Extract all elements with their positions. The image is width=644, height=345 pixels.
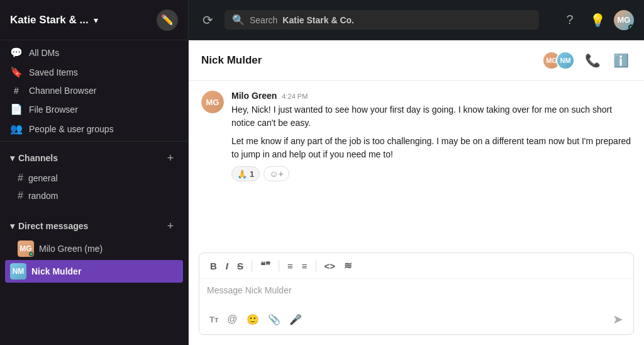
ordered-list-button[interactable]: ≡ bbox=[284, 259, 296, 273]
workspace-chevron-icon: ▾ bbox=[94, 15, 98, 25]
header-avatar-nick-img: NM bbox=[557, 52, 574, 69]
italic-button[interactable]: I bbox=[223, 259, 231, 273]
add-reaction-button[interactable]: ☺+ bbox=[264, 166, 289, 181]
help-button[interactable]: ? bbox=[558, 9, 581, 31]
sidebar-header: Katie Stark & ... ▾ ✏️ bbox=[0, 0, 188, 40]
message-avatar-milo: MG bbox=[201, 91, 224, 113]
search-icon: 🔍 bbox=[232, 14, 245, 26]
avatar-nick-img: NM bbox=[10, 263, 26, 280]
strikethrough-button[interactable]: S bbox=[234, 259, 247, 273]
attach-button[interactable]: 📎 bbox=[265, 311, 283, 328]
search-label: Search bbox=[250, 15, 277, 25]
message-row: MG Milo Green 4:24 PM Hey, Nick! I just … bbox=[201, 91, 631, 181]
dm-section-title: ▾ Direct messages bbox=[10, 221, 88, 231]
avatar-nick: NM bbox=[10, 263, 26, 280]
quote-button[interactable]: ❝❞ bbox=[257, 258, 274, 273]
sidebar-item-channel-browser-label: Channel Browser bbox=[29, 86, 96, 96]
channel-item-random[interactable]: # random bbox=[0, 187, 188, 205]
people-icon: 👥 bbox=[10, 123, 23, 135]
toolbar-divider-3 bbox=[316, 260, 316, 271]
dm-item-milo[interactable]: MG Milo Green (me) bbox=[0, 237, 188, 260]
history-button[interactable]: ⟳ bbox=[199, 9, 217, 31]
channel-name-random: random bbox=[28, 191, 58, 201]
message-author: Milo Green bbox=[231, 91, 277, 101]
channel-hash-icon: # bbox=[18, 190, 23, 201]
sidebar-navigation: 💬 All DMs 🔖 Saved Items # Channel Browse… bbox=[0, 40, 188, 142]
channel-hash-icon: # bbox=[18, 172, 23, 184]
sidebar-item-file-browser-label: File Browser bbox=[29, 105, 78, 115]
dm-label: Direct messages bbox=[18, 221, 88, 231]
topbar: ⟳ 🔍 Search Katie Stark & Co. ? 💡 MG bbox=[189, 0, 644, 40]
unordered-list-button[interactable]: ≡ bbox=[299, 259, 311, 273]
composer-bottom: Tт @ 🙂 📎 🎤 ➤ bbox=[199, 304, 633, 334]
channels-section-header[interactable]: ▾ Channels + bbox=[0, 147, 188, 169]
channels-chevron-icon: ▾ bbox=[10, 153, 14, 163]
reaction-emoji: 🙏 bbox=[237, 169, 247, 179]
chat-header-right: MG NM 📞 ℹ️ bbox=[542, 50, 631, 71]
audio-button[interactable]: 🎤 bbox=[287, 311, 304, 328]
message-time: 4:24 PM bbox=[282, 93, 308, 100]
topbar-right: ? 💡 MG bbox=[558, 9, 634, 31]
toolbar-divider bbox=[252, 260, 252, 271]
add-dm-button[interactable]: + bbox=[163, 218, 178, 234]
file-browser-icon: 📄 bbox=[10, 103, 23, 115]
dm-item-nick[interactable]: NM Nick Mulder bbox=[5, 260, 183, 283]
channel-item-general[interactable]: # general bbox=[0, 169, 188, 187]
search-bar[interactable]: 🔍 Search Katie Stark & Co. bbox=[225, 10, 539, 30]
notifications-button[interactable]: 💡 bbox=[586, 9, 609, 31]
chat-messages: MG Milo Green 4:24 PM Hey, Nick! I just … bbox=[189, 81, 644, 252]
channels-section: ▾ Channels + # general # random bbox=[0, 142, 188, 210]
sidebar-item-saved[interactable]: 🔖 Saved Items bbox=[0, 62, 188, 82]
compose-button[interactable]: ✏️ bbox=[157, 9, 178, 31]
user-avatar[interactable]: MG bbox=[614, 10, 634, 30]
reactions: 🙏 1 ☺+ bbox=[231, 166, 631, 181]
composer-toolbar: B I S ❝❞ ≡ ≡ <> ≋ bbox=[199, 253, 633, 279]
channels-label: Channels bbox=[18, 153, 58, 163]
message-paragraph-1: Hey, Nick! I just wanted to see how your… bbox=[231, 103, 631, 130]
call-button[interactable]: 📞 bbox=[582, 50, 603, 71]
message-composer: B I S ❝❞ ≡ ≡ <> ≋ Message Nick Mulder Tт bbox=[199, 252, 634, 335]
chat-area: Nick Mulder MG NM 📞 ℹ️ bbox=[189, 40, 644, 345]
sidebar-item-all-dms[interactable]: 💬 All DMs bbox=[0, 43, 188, 62]
info-button[interactable]: ℹ️ bbox=[611, 50, 631, 71]
message-paragraph-2: Let me know if any part of the job is to… bbox=[231, 135, 631, 161]
sidebar-item-saved-label: Saved Items bbox=[29, 67, 78, 77]
reaction-count: 1 bbox=[250, 169, 254, 179]
sidebar-item-all-dms-label: All DMs bbox=[29, 48, 59, 58]
send-button[interactable]: ➤ bbox=[610, 309, 626, 329]
dm-section: ▾ Direct messages + MG Milo Green (me) N… bbox=[0, 210, 188, 288]
dm-section-header[interactable]: ▾ Direct messages + bbox=[0, 215, 188, 237]
code-block-button[interactable]: ≋ bbox=[341, 258, 355, 273]
text-format-button[interactable]: Tт bbox=[207, 312, 221, 327]
sidebar-item-people[interactable]: 👥 People & user groups bbox=[0, 119, 188, 139]
workspace-name: Katie Stark & ... bbox=[10, 14, 89, 26]
user-online-dot bbox=[628, 25, 634, 30]
reaction-pray[interactable]: 🙏 1 bbox=[231, 166, 260, 181]
workspace-switcher[interactable]: Katie Stark & ... ▾ bbox=[10, 14, 98, 26]
all-dms-icon: 💬 bbox=[10, 47, 23, 59]
online-status-milo bbox=[29, 252, 33, 256]
bold-button[interactable]: B bbox=[207, 259, 220, 273]
message-header: Milo Green 4:24 PM bbox=[231, 91, 631, 101]
toolbar-divider-2 bbox=[279, 260, 279, 271]
sidebar-item-file-browser[interactable]: 📄 File Browser bbox=[0, 99, 188, 119]
search-workspace: Katie Stark & Co. bbox=[282, 15, 354, 25]
composer-bottom-left: Tт @ 🙂 📎 🎤 bbox=[207, 311, 304, 328]
dm-milo-name: Milo Green (me) bbox=[39, 244, 103, 254]
emoji-button[interactable]: 🙂 bbox=[244, 311, 262, 328]
add-channel-button[interactable]: + bbox=[163, 150, 178, 166]
dm-nick-name: Nick Mulder bbox=[31, 266, 81, 276]
avatar-milo: MG bbox=[18, 240, 34, 257]
channel-name-general: general bbox=[28, 173, 58, 183]
code-button[interactable]: <> bbox=[321, 259, 339, 273]
chat-header: Nick Mulder MG NM 📞 ℹ️ bbox=[189, 40, 644, 81]
message-avatar-milo-img: MG bbox=[201, 91, 224, 113]
sidebar: Katie Stark & ... ▾ ✏️ 💬 All DMs 🔖 Saved… bbox=[0, 0, 189, 345]
sidebar-item-people-label: People & user groups bbox=[29, 124, 114, 134]
sidebar-item-channel-browser[interactable]: # Channel Browser bbox=[0, 82, 188, 99]
mention-button[interactable]: @ bbox=[225, 311, 240, 327]
header-avatar-nick: NM bbox=[556, 51, 575, 70]
message-input[interactable]: Message Nick Mulder bbox=[199, 279, 633, 304]
main-content: ⟳ 🔍 Search Katie Stark & Co. ? 💡 MG Nick… bbox=[189, 0, 644, 345]
message-body: Milo Green 4:24 PM Hey, Nick! I just wan… bbox=[231, 91, 631, 181]
